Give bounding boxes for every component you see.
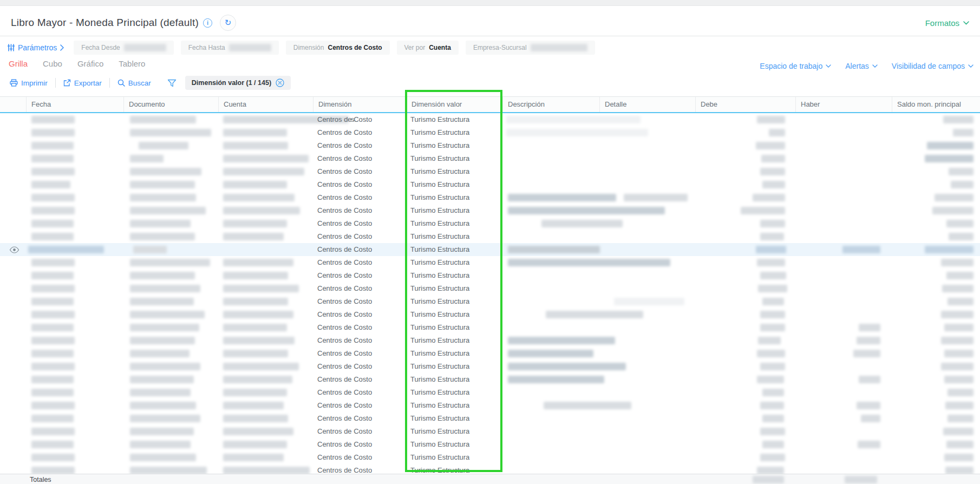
- table-body: sCentros de CostoTurismo EstructuraCentr…: [0, 113, 980, 474]
- table-row[interactable]: Centros de CostoTurismo Estructura: [0, 386, 980, 399]
- redacted-cell: [223, 389, 287, 396]
- table-row[interactable]: Centros de CostoTurismo Estructura: [0, 243, 980, 256]
- column-header-debe[interactable]: Debe: [695, 97, 795, 112]
- column-header-detalle[interactable]: Detalle: [599, 97, 695, 112]
- redacted-cell: [31, 142, 74, 149]
- table-row[interactable]: Centros de CostoTurismo Estructura: [0, 373, 980, 386]
- table-row[interactable]: Centros de CostoTurismo Estructura: [0, 438, 980, 451]
- redacted-cell: [861, 415, 880, 422]
- redacted-cell: [857, 337, 880, 344]
- redacted-cell: [223, 220, 287, 227]
- link-visibilidad-de-campos[interactable]: Visibilidad de campos: [892, 61, 974, 71]
- param-chip-dimensi-n[interactable]: DimensiónCentros de Costo: [286, 41, 390, 55]
- redacted-cell: [223, 376, 292, 383]
- table-row[interactable]: Centros de CostoTurismo Estructura: [0, 139, 980, 152]
- grid-toolbar: Imprimir Exportar Buscar Dimensión valor…: [0, 75, 980, 91]
- redacted-cell: [130, 129, 211, 136]
- dimension-valor-cell: Turismo Estructura: [410, 425, 469, 438]
- table-row[interactable]: Centros de CostoTurismo Estructura: [0, 451, 980, 464]
- dimension-valor-cell: Turismo Estructura: [410, 321, 469, 334]
- link-espacio-de-trabajo[interactable]: Espacio de trabajo: [760, 61, 831, 71]
- table-row[interactable]: Centros de CostoTurismo Estructura: [0, 321, 980, 334]
- redacted-cell: [31, 389, 74, 396]
- filter-chip-dimension-valor[interactable]: Dimensión valor (1 / 145): [185, 76, 291, 90]
- tab-tablero[interactable]: Tablero: [119, 59, 145, 68]
- param-chip-label: Dimensión: [293, 44, 324, 51]
- info-icon[interactable]: i: [203, 18, 212, 28]
- redacted-cell: [130, 181, 195, 188]
- table-row[interactable]: Centros de CostoTurismo Estructura: [0, 126, 980, 139]
- dimension-cell: Centros de Costo: [317, 269, 372, 282]
- dimension-valor-cell: Turismo Estructura: [410, 399, 469, 412]
- table-row[interactable]: Centros de CostoTurismo Estructura: [0, 217, 980, 230]
- tab-gráfico[interactable]: Gráfico: [77, 59, 103, 68]
- column-header-haber[interactable]: Haber: [795, 97, 892, 112]
- dimension-valor-cell: Turismo Estructura: [410, 230, 469, 243]
- column-header-dimension_valor[interactable]: Dimensión valor: [406, 97, 502, 112]
- param-chip-fecha-hasta[interactable]: Fecha Hasta: [181, 41, 279, 55]
- table-row[interactable]: Centros de CostoTurismo Estructura: [0, 282, 980, 295]
- sliders-icon: [8, 44, 15, 51]
- table-row[interactable]: Centros de CostoTurismo Estructura: [0, 152, 980, 165]
- table-row[interactable]: Centros de CostoTurismo Estructura: [0, 178, 980, 191]
- row-eye-button[interactable]: [9, 246, 19, 253]
- table-row[interactable]: Centros de CostoTurismo Estructura: [0, 295, 980, 308]
- dimension-cell: Centros de Costo: [317, 438, 372, 451]
- table-row[interactable]: sCentros de CostoTurismo Estructura: [0, 113, 980, 126]
- table-row[interactable]: Centros de CostoTurismo Estructura: [0, 334, 980, 347]
- column-header-dimension[interactable]: Dimensión: [313, 97, 406, 112]
- formats-dropdown[interactable]: Formatos: [925, 18, 969, 28]
- redacted-cell: [130, 376, 194, 383]
- table-row[interactable]: Centros de CostoTurismo Estructura: [0, 256, 980, 269]
- column-header-saldo[interactable]: Saldo mon. principal: [892, 97, 980, 112]
- link-alertas[interactable]: Alertas: [845, 61, 878, 71]
- table-row[interactable]: Centros de CostoTurismo Estructura: [0, 204, 980, 217]
- filter-funnel-icon[interactable]: [167, 79, 177, 87]
- table-row[interactable]: Centros de CostoTurismo Estructura: [0, 360, 980, 373]
- table-row[interactable]: Centros de CostoTurismo Estructura: [0, 425, 980, 438]
- redacted-cell: [753, 194, 785, 201]
- column-header-rowicon[interactable]: [0, 97, 26, 112]
- redacted-cell: [760, 324, 785, 331]
- tab-cubo[interactable]: Cubo: [43, 59, 62, 68]
- table-row[interactable]: Centros de CostoTurismo Estructura: [0, 412, 980, 425]
- redacted-cell: [760, 428, 785, 435]
- refresh-button[interactable]: ↻: [220, 15, 236, 31]
- table-row[interactable]: Centros de CostoTurismo Estructura: [0, 308, 980, 321]
- dimension-valor-cell: Turismo Estructura: [410, 139, 469, 152]
- table-row[interactable]: Centros de CostoTurismo Estructura: [0, 347, 980, 360]
- redacted-cell: [223, 181, 287, 188]
- redacted-total: [845, 476, 877, 483]
- redacted-cell: [130, 337, 195, 344]
- param-chip-ver-por[interactable]: Ver porCuenta: [397, 41, 459, 55]
- dimension-valor-cell: Turismo Estructura: [410, 113, 469, 126]
- table-row[interactable]: Centros de CostoTurismo Estructura: [0, 191, 980, 204]
- redacted-cell: [927, 142, 974, 149]
- redacted-cell: [756, 246, 786, 253]
- parameters-toggle[interactable]: Parámetros: [8, 43, 64, 52]
- table-row[interactable]: Centros de CostoTurismo Estructura: [0, 399, 980, 412]
- redacted-cell: [508, 194, 616, 201]
- redacted-cell: [31, 415, 74, 422]
- redacted-cell: [31, 116, 75, 123]
- remove-filter-icon[interactable]: [276, 79, 284, 87]
- dimension-cell: Centros de Costo: [317, 126, 372, 139]
- table-row[interactable]: Centros de CostoTurismo Estructura: [0, 230, 980, 243]
- redacted-cell: [223, 428, 293, 435]
- table-row[interactable]: Centros de CostoTurismo Estructura: [0, 269, 980, 282]
- column-header-fecha[interactable]: Fecha: [26, 97, 123, 112]
- param-chip-fecha-desde[interactable]: Fecha Desde: [74, 41, 173, 55]
- search-button[interactable]: Buscar: [117, 79, 151, 87]
- eye-icon[interactable]: [9, 246, 19, 253]
- column-header-cuenta[interactable]: Cuenta: [218, 97, 313, 112]
- param-chip-label: Empresa-Sucursal: [473, 44, 527, 51]
- table-row[interactable]: Centros de CostoTurismo Estructura: [0, 464, 980, 474]
- redacted-cell: [130, 168, 201, 175]
- table-row[interactable]: Centros de CostoTurismo Estructura: [0, 165, 980, 178]
- column-header-documento[interactable]: Documento: [123, 97, 218, 112]
- tab-grilla[interactable]: Grilla: [9, 59, 28, 68]
- column-header-descripcion[interactable]: Descripción: [502, 97, 599, 112]
- print-button[interactable]: Imprimir: [10, 79, 48, 87]
- param-chip-empresa-sucursal[interactable]: Empresa-Sucursal: [466, 41, 595, 55]
- export-button[interactable]: Exportar: [63, 79, 102, 87]
